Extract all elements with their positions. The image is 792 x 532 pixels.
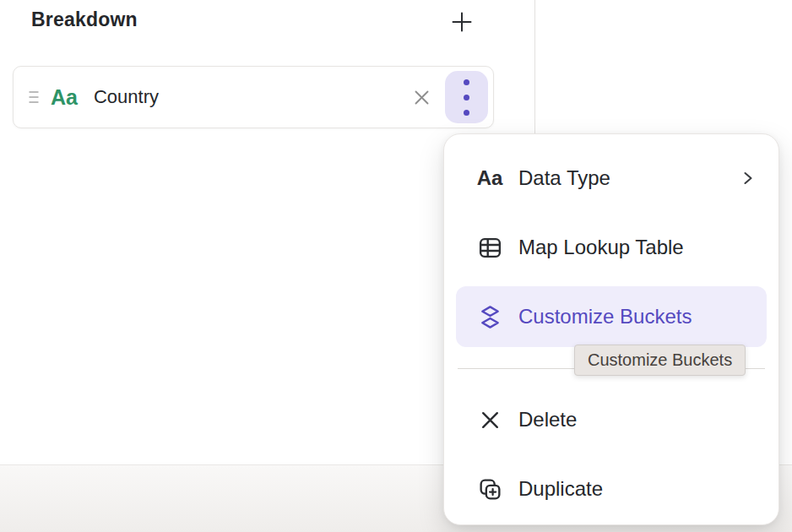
menu-item-map-lookup-table[interactable]: Map Lookup Table xyxy=(456,217,767,278)
add-breakdown-button[interactable] xyxy=(447,7,477,37)
plus-icon xyxy=(450,10,474,34)
layers-icon xyxy=(473,304,507,330)
close-icon xyxy=(410,86,433,109)
kebab-menu-icon xyxy=(464,79,469,85)
breakdown-item-label: Country xyxy=(94,86,159,108)
kebab-menu-icon xyxy=(464,95,469,100)
context-menu: Aa Data Type Map Lookup Table xyxy=(443,133,779,525)
page-title: Breakdown xyxy=(31,8,138,31)
menu-item-duplicate[interactable]: Duplicate xyxy=(456,459,767,519)
breakdown-panel-screen: Breakdown Aa Country xyxy=(0,0,792,532)
duplicate-icon xyxy=(473,476,507,502)
menu-item-data-type[interactable]: Aa Data Type xyxy=(456,148,767,209)
drag-handle-icon[interactable] xyxy=(28,90,40,105)
x-delete-icon xyxy=(473,408,507,432)
menu-item-label: Duplicate xyxy=(518,477,603,501)
kebab-menu-icon xyxy=(464,110,469,116)
string-type-badge: Aa xyxy=(51,85,78,110)
remove-breakdown-button[interactable] xyxy=(407,83,436,111)
menu-item-label: Map Lookup Table xyxy=(518,236,684,259)
data-type-aa-icon: Aa xyxy=(473,166,507,190)
menu-item-label: Customize Buckets xyxy=(518,305,692,328)
customize-buckets-tooltip: Customize Buckets xyxy=(574,345,746,376)
table-icon xyxy=(473,235,507,261)
chevron-right-icon xyxy=(740,169,755,187)
menu-item-delete[interactable]: Delete xyxy=(456,389,767,450)
menu-item-label: Data Type xyxy=(518,166,610,190)
more-options-button[interactable] xyxy=(445,71,488,123)
menu-item-customize-buckets[interactable]: Customize Buckets xyxy=(456,286,767,347)
menu-item-label: Delete xyxy=(518,408,577,432)
breakdown-item-card[interactable]: Aa Country xyxy=(13,66,494,128)
